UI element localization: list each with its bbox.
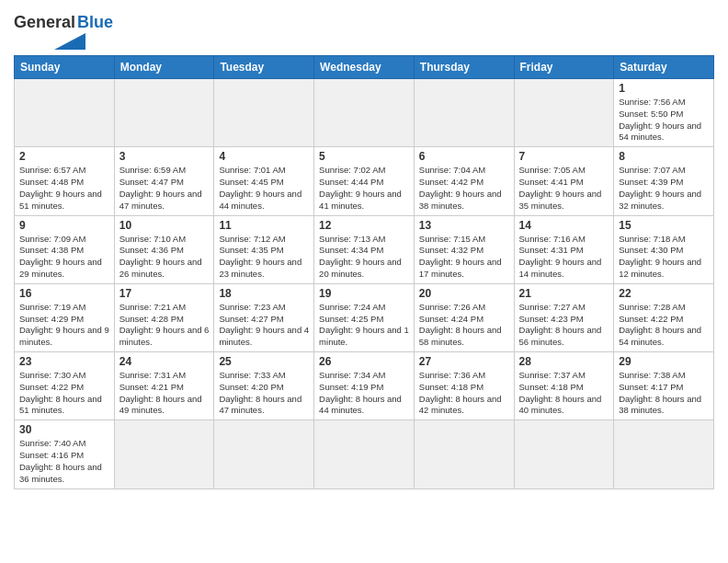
calendar-cell xyxy=(514,79,614,147)
day-number: 20 xyxy=(419,287,509,300)
day-info: Sunrise: 6:57 AM Sunset: 4:48 PM Dayligh… xyxy=(19,165,109,212)
calendar-cell: 15Sunrise: 7:18 AM Sunset: 4:30 PM Dayli… xyxy=(614,215,714,283)
day-number: 5 xyxy=(319,150,409,163)
day-number: 19 xyxy=(319,287,409,300)
logo-blue-text: Blue xyxy=(77,13,113,32)
day-number: 22 xyxy=(619,287,709,300)
calendar-cell: 23Sunrise: 7:30 AM Sunset: 4:22 PM Dayli… xyxy=(15,352,115,420)
day-number: 2 xyxy=(19,150,109,163)
calendar-cell: 24Sunrise: 7:31 AM Sunset: 4:21 PM Dayli… xyxy=(114,352,214,420)
calendar-cell xyxy=(214,79,314,147)
calendar-day-header: Tuesday xyxy=(214,56,314,79)
calendar-cell: 6Sunrise: 7:04 AM Sunset: 4:42 PM Daylig… xyxy=(414,147,514,215)
day-info: Sunrise: 6:59 AM Sunset: 4:47 PM Dayligh… xyxy=(119,165,210,212)
day-info: Sunrise: 7:27 AM Sunset: 4:23 PM Dayligh… xyxy=(519,302,609,349)
calendar-cell: 27Sunrise: 7:36 AM Sunset: 4:18 PM Dayli… xyxy=(414,352,514,420)
calendar-cell: 20Sunrise: 7:26 AM Sunset: 4:24 PM Dayli… xyxy=(414,283,514,351)
calendar-day-header: Wednesday xyxy=(314,56,415,79)
day-info: Sunrise: 7:26 AM Sunset: 4:24 PM Dayligh… xyxy=(419,302,509,349)
calendar-cell: 1Sunrise: 7:56 AM Sunset: 5:50 PM Daylig… xyxy=(614,79,714,147)
day-number: 30 xyxy=(19,423,109,436)
calendar-week-row: 30Sunrise: 7:40 AM Sunset: 4:16 PM Dayli… xyxy=(15,420,714,488)
calendar-cell: 11Sunrise: 7:12 AM Sunset: 4:35 PM Dayli… xyxy=(214,215,314,283)
calendar-cell: 3Sunrise: 6:59 AM Sunset: 4:47 PM Daylig… xyxy=(114,147,214,215)
calendar-cell xyxy=(614,420,714,488)
calendar-day-header: Thursday xyxy=(414,56,514,79)
day-info: Sunrise: 7:12 AM Sunset: 4:35 PM Dayligh… xyxy=(219,234,309,281)
calendar-cell: 10Sunrise: 7:10 AM Sunset: 4:36 PM Dayli… xyxy=(114,215,214,283)
day-info: Sunrise: 7:34 AM Sunset: 4:19 PM Dayligh… xyxy=(319,370,409,417)
day-number: 29 xyxy=(619,355,709,368)
day-number: 15 xyxy=(619,219,709,232)
day-number: 3 xyxy=(119,150,210,163)
day-number: 26 xyxy=(319,355,409,368)
day-info: Sunrise: 7:33 AM Sunset: 4:20 PM Dayligh… xyxy=(219,370,309,417)
page: General Blue SundayMondayTuesdayWednesda… xyxy=(0,0,728,563)
calendar-cell: 4Sunrise: 7:01 AM Sunset: 4:45 PM Daylig… xyxy=(214,147,314,215)
calendar-table: SundayMondayTuesdayWednesdayThursdayFrid… xyxy=(14,55,714,489)
calendar-cell: 18Sunrise: 7:23 AM Sunset: 4:27 PM Dayli… xyxy=(214,283,314,351)
day-number: 10 xyxy=(119,219,210,232)
calendar-cell: 29Sunrise: 7:38 AM Sunset: 4:17 PM Dayli… xyxy=(614,352,714,420)
day-number: 12 xyxy=(319,219,409,232)
calendar-cell: 17Sunrise: 7:21 AM Sunset: 4:28 PM Dayli… xyxy=(114,283,214,351)
calendar-cell xyxy=(514,420,614,488)
day-info: Sunrise: 7:37 AM Sunset: 4:18 PM Dayligh… xyxy=(519,370,609,417)
calendar-cell xyxy=(414,420,514,488)
calendar-week-row: 9Sunrise: 7:09 AM Sunset: 4:38 PM Daylig… xyxy=(15,215,714,283)
calendar-cell: 2Sunrise: 6:57 AM Sunset: 4:48 PM Daylig… xyxy=(15,147,115,215)
calendar-cell: 28Sunrise: 7:37 AM Sunset: 4:18 PM Dayli… xyxy=(514,352,614,420)
calendar-week-row: 16Sunrise: 7:19 AM Sunset: 4:29 PM Dayli… xyxy=(15,283,714,351)
day-number: 28 xyxy=(519,355,609,368)
day-info: Sunrise: 7:30 AM Sunset: 4:22 PM Dayligh… xyxy=(19,370,109,417)
day-info: Sunrise: 7:15 AM Sunset: 4:32 PM Dayligh… xyxy=(419,234,509,281)
day-number: 21 xyxy=(519,287,609,300)
calendar-cell xyxy=(114,420,214,488)
day-number: 11 xyxy=(219,219,309,232)
day-info: Sunrise: 7:19 AM Sunset: 4:29 PM Dayligh… xyxy=(19,302,109,349)
calendar-cell xyxy=(15,79,115,147)
logo: General Blue xyxy=(14,13,113,50)
calendar-day-header: Sunday xyxy=(15,56,115,79)
day-number: 14 xyxy=(519,219,609,232)
calendar-week-row: 2Sunrise: 6:57 AM Sunset: 4:48 PM Daylig… xyxy=(15,147,714,215)
day-info: Sunrise: 7:16 AM Sunset: 4:31 PM Dayligh… xyxy=(519,234,609,281)
calendar-cell: 7Sunrise: 7:05 AM Sunset: 4:41 PM Daylig… xyxy=(514,147,614,215)
day-number: 27 xyxy=(419,355,509,368)
day-info: Sunrise: 7:13 AM Sunset: 4:34 PM Dayligh… xyxy=(319,234,409,281)
day-info: Sunrise: 7:18 AM Sunset: 4:30 PM Dayligh… xyxy=(619,234,709,281)
day-number: 8 xyxy=(619,150,709,163)
calendar-cell: 9Sunrise: 7:09 AM Sunset: 4:38 PM Daylig… xyxy=(15,215,115,283)
day-number: 16 xyxy=(19,287,109,300)
calendar-cell: 19Sunrise: 7:24 AM Sunset: 4:25 PM Dayli… xyxy=(314,283,415,351)
day-info: Sunrise: 7:36 AM Sunset: 4:18 PM Dayligh… xyxy=(419,370,509,417)
day-info: Sunrise: 7:21 AM Sunset: 4:28 PM Dayligh… xyxy=(119,302,210,349)
logo-triangle-icon xyxy=(54,33,85,50)
day-info: Sunrise: 7:07 AM Sunset: 4:39 PM Dayligh… xyxy=(619,165,709,212)
calendar-cell: 12Sunrise: 7:13 AM Sunset: 4:34 PM Dayli… xyxy=(314,215,415,283)
calendar-cell: 8Sunrise: 7:07 AM Sunset: 4:39 PM Daylig… xyxy=(614,147,714,215)
day-info: Sunrise: 7:24 AM Sunset: 4:25 PM Dayligh… xyxy=(319,302,409,349)
day-info: Sunrise: 7:04 AM Sunset: 4:42 PM Dayligh… xyxy=(419,165,509,212)
calendar-day-header: Friday xyxy=(514,56,614,79)
day-info: Sunrise: 7:02 AM Sunset: 4:44 PM Dayligh… xyxy=(319,165,409,212)
day-info: Sunrise: 7:56 AM Sunset: 5:50 PM Dayligh… xyxy=(619,97,709,144)
calendar-cell xyxy=(214,420,314,488)
calendar-cell: 25Sunrise: 7:33 AM Sunset: 4:20 PM Dayli… xyxy=(214,352,314,420)
calendar-day-header: Monday xyxy=(114,56,214,79)
calendar-cell xyxy=(414,79,514,147)
day-info: Sunrise: 7:05 AM Sunset: 4:41 PM Dayligh… xyxy=(519,165,609,212)
day-info: Sunrise: 7:09 AM Sunset: 4:38 PM Dayligh… xyxy=(19,234,109,281)
calendar-cell xyxy=(314,420,415,488)
day-info: Sunrise: 7:10 AM Sunset: 4:36 PM Dayligh… xyxy=(119,234,210,281)
day-number: 25 xyxy=(219,355,309,368)
day-number: 9 xyxy=(19,219,109,232)
day-info: Sunrise: 7:23 AM Sunset: 4:27 PM Dayligh… xyxy=(219,302,309,349)
calendar-cell: 14Sunrise: 7:16 AM Sunset: 4:31 PM Dayli… xyxy=(514,215,614,283)
day-number: 7 xyxy=(519,150,609,163)
day-number: 18 xyxy=(219,287,309,300)
calendar-cell xyxy=(114,79,214,147)
calendar-cell: 16Sunrise: 7:19 AM Sunset: 4:29 PM Dayli… xyxy=(15,283,115,351)
calendar-cell: 22Sunrise: 7:28 AM Sunset: 4:22 PM Dayli… xyxy=(614,283,714,351)
calendar-week-row: 1Sunrise: 7:56 AM Sunset: 5:50 PM Daylig… xyxy=(15,79,714,147)
